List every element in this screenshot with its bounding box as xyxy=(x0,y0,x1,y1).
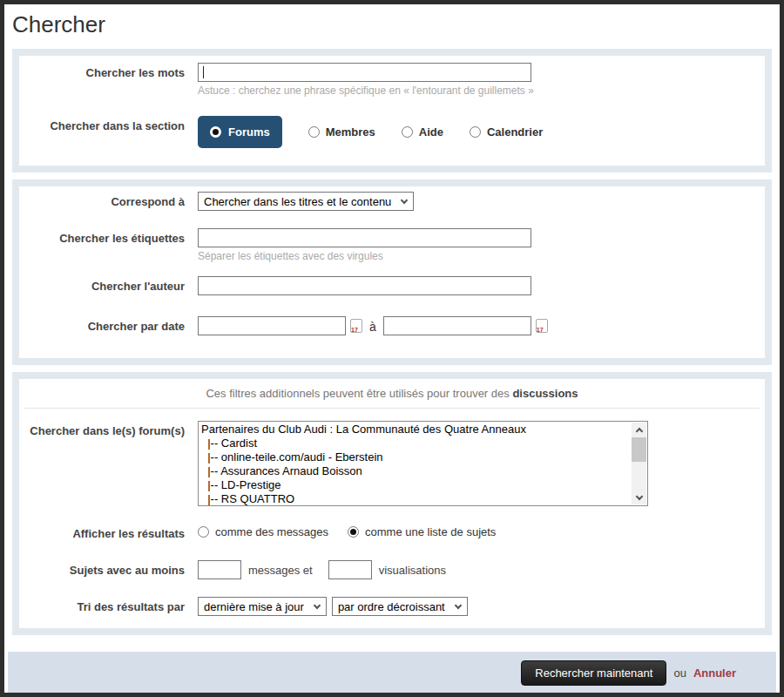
scrollbar[interactable] xyxy=(632,423,646,504)
search-section-label: Chercher dans la section xyxy=(19,116,185,133)
radio-selected-icon xyxy=(348,526,359,538)
forum-list-item[interactable]: |-- Assurances Arnaud Boisson xyxy=(201,464,647,478)
filters-hint: Ces filtres additionnels peuvent être ut… xyxy=(19,382,765,400)
section-option-aide[interactable]: Aide xyxy=(402,125,443,139)
radio-icon xyxy=(308,126,320,138)
chevron-down-icon xyxy=(401,196,408,203)
section-keywords: Chercher les mots Astuce : cherchez une … xyxy=(12,49,772,173)
sort-order-select[interactable]: par ordre décroissant xyxy=(332,597,468,616)
footer-bar: Rechercher maintenant ou Annuler xyxy=(8,652,776,694)
section-option-aide-label: Aide xyxy=(419,125,443,139)
section-option-calendrier[interactable]: Calendrier xyxy=(470,125,543,139)
tags-input[interactable] xyxy=(198,228,531,247)
search-words-label: Chercher les mots xyxy=(19,63,185,80)
min-views-input[interactable] xyxy=(328,560,372,579)
display-as-topics-label: comme une liste de sujets xyxy=(365,525,496,538)
calendar-icon[interactable]: 17 xyxy=(350,319,362,333)
min-messages-text: messages et xyxy=(241,560,320,577)
scrollbar-thumb[interactable] xyxy=(632,437,646,462)
radio-icon xyxy=(402,126,413,138)
section-option-forums[interactable]: Forums xyxy=(198,116,282,148)
sort-label: Tri des résultats par xyxy=(19,597,185,614)
radio-selected-icon xyxy=(210,126,221,138)
date-label: Chercher par date xyxy=(19,316,185,334)
calendar-icon-day: 17 xyxy=(537,327,544,333)
search-page: Chercher Chercher les mots Astuce : cher… xyxy=(0,0,784,697)
radio-icon xyxy=(198,526,209,538)
min-posts-label: Sujets avec au moins xyxy=(19,560,185,578)
search-now-button[interactable]: Rechercher maintenant xyxy=(521,660,666,686)
divider xyxy=(24,408,760,409)
section-option-membres[interactable]: Membres xyxy=(308,125,375,139)
match-label: Correspond à xyxy=(19,192,185,209)
section-option-membres-label: Membres xyxy=(326,125,375,139)
forums-label: Chercher dans le(s) forum(s) xyxy=(19,421,185,438)
forum-list-item[interactable]: Partenaires du Club Audi : La Communauté… xyxy=(201,423,647,436)
tags-label: Chercher les étiquettes xyxy=(19,228,185,246)
calendar-icon[interactable]: 17 xyxy=(536,319,548,333)
chevron-down-icon xyxy=(314,601,321,608)
display-as-topics-option[interactable]: comme une liste de sujets xyxy=(348,525,496,538)
text-caret xyxy=(203,66,204,78)
author-input[interactable] xyxy=(198,276,531,295)
radio-icon xyxy=(470,126,481,138)
date-from-input[interactable] xyxy=(198,316,346,335)
section-criteria: Correspond à Chercher dans les titres et… xyxy=(12,179,772,365)
page-title: Chercher xyxy=(4,4,780,49)
display-as-messages-option[interactable]: comme des messages xyxy=(198,525,328,538)
min-messages-input[interactable] xyxy=(198,560,241,579)
scrollbar-down-icon[interactable] xyxy=(632,491,646,504)
section-option-calendrier-label: Calendrier xyxy=(487,125,543,139)
display-results-label: Afficher les résultats xyxy=(19,524,185,541)
display-as-messages-label: comme des messages xyxy=(215,525,328,538)
date-to-input[interactable] xyxy=(383,316,531,335)
forum-list-item[interactable]: |-- RS QUATTRO xyxy=(201,492,647,506)
chevron-down-icon xyxy=(454,601,461,608)
filters-hint-bold: discussions xyxy=(512,387,578,400)
sort-field-value: dernière mise à jour xyxy=(204,600,304,613)
sort-field-select[interactable]: dernière mise à jour xyxy=(198,597,327,616)
forum-list-item[interactable]: |-- Cardist xyxy=(201,436,647,450)
match-select[interactable]: Chercher dans les titres et le contenu xyxy=(198,192,414,211)
cancel-link[interactable]: Annuler xyxy=(693,667,736,680)
section-filters: Ces filtres additionnels peuvent être ut… xyxy=(12,372,772,635)
search-words-input[interactable] xyxy=(198,63,531,82)
or-text: ou xyxy=(673,667,686,680)
forum-list-item[interactable]: |-- online-teile.com/audi - Eberstein xyxy=(201,450,647,464)
sort-order-value: par ordre décroissant xyxy=(338,600,445,613)
date-separator: à xyxy=(362,316,383,334)
forum-list-item[interactable]: |-- LD-Prestige xyxy=(201,478,647,492)
scrollbar-up-icon[interactable] xyxy=(632,423,646,436)
calendar-icon-day: 17 xyxy=(351,327,358,333)
min-views-text: visualisations xyxy=(372,560,453,577)
match-select-value: Chercher dans les titres et le contenu xyxy=(204,195,391,208)
search-words-hint: Astuce : cherchez une phrase spécifique … xyxy=(198,82,534,97)
author-label: Chercher l'auteur xyxy=(19,276,185,294)
section-option-forums-label: Forums xyxy=(228,125,270,139)
forums-listbox[interactable]: Partenaires du Club Audi : La Communauté… xyxy=(198,421,648,506)
tags-hint: Séparer les étiquettes avec des virgules xyxy=(198,247,531,262)
